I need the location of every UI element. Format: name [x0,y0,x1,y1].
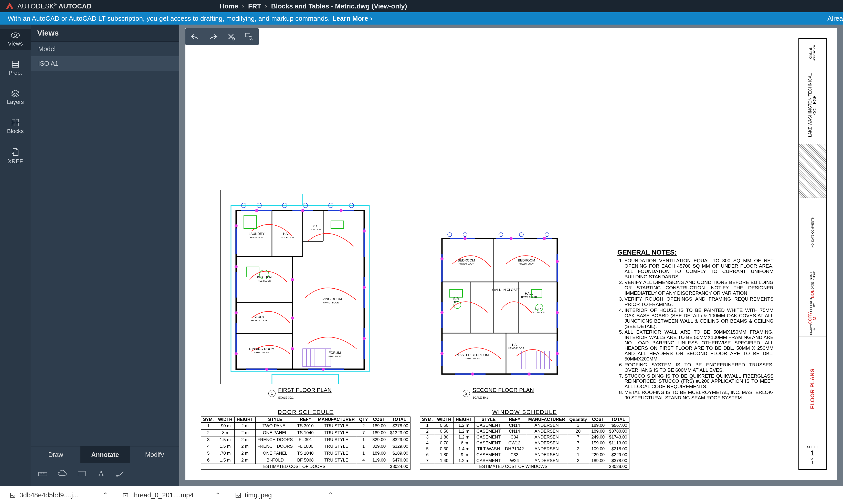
dimension-icon[interactable] [76,468,87,479]
topbar: AUTODESK® AUTOCAD Home › FRT › Blocks an… [0,0,843,12]
svg-point-58 [291,278,294,281]
svg-text:HRWD FLOOR: HRWD FLOOR [508,347,524,349]
svg-rect-42 [244,216,257,229]
redo-button[interactable] [205,30,221,43]
views-panel: Views Model ISO A1 Draw Annotate Modify … [31,24,179,486]
nav-properties[interactable]: Prop. [0,58,31,79]
svg-text:A: A [98,469,104,478]
svg-rect-159 [236,493,240,498]
svg-point-122 [471,373,474,376]
svg-point-53 [255,209,258,212]
svg-point-118 [556,352,559,355]
tb-plan-name: FLOOR PLANS [799,336,826,441]
svg-line-156 [252,39,253,40]
task-file-3[interactable]: timg.jpeg ⌃ [230,489,338,501]
erase-button[interactable] [223,30,239,43]
svg-text:MASTER BEDROOM: MASTER BEDROOM [457,353,489,357]
svg-point-46 [235,224,238,228]
learn-more-link[interactable]: Learn More › [332,15,372,22]
nav-blocks[interactable]: Blocks [0,116,31,137]
tb-revisions: NO. DATE COMMENTS [799,198,826,267]
eye-icon [11,32,20,39]
door-schedule-table: DOOR SCHEDULE SYM.WIDTHHEIGHTSTYLEREF#MA… [201,409,411,470]
chevron-up-icon: ⌃ [102,491,108,499]
svg-text:TILE FLOOR: TILE FLOOR [281,236,294,239]
task-file-2[interactable]: thread_0_201....mp4 ⌃ [118,489,225,501]
svg-rect-9 [39,472,47,476]
svg-text:B/R: B/R [453,297,459,301]
svg-point-128 [545,233,549,237]
svg-point-57 [322,367,325,371]
svg-rect-21 [277,194,303,205]
image-file-icon [235,492,241,498]
svg-point-1 [14,34,17,37]
blocks-icon [12,119,19,126]
tool-row: A [31,463,179,486]
svg-point-124 [448,233,452,237]
nav-rail: Views Prop. Layers Blocks XREF [0,24,31,486]
svg-text:HRWD FLOOR: HRWD FLOOR [327,355,343,358]
breadcrumb-file[interactable]: Blocks and Tables - Metric.dwg (View-onl… [271,2,407,10]
announcement-text: With an AutoCAD or AutoCAD LT subscripti… [8,15,330,22]
tb-sheet: SHEET 1 OF 1 [799,441,826,469]
ruler-icon[interactable] [38,468,48,479]
svg-rect-5 [12,119,15,122]
xref-icon [12,148,19,157]
svg-point-55 [340,209,343,212]
taskbar: 3db48e4d5bd9....j... ⌃ thread_0_201....m… [0,486,843,504]
task-file-1[interactable]: 3db48e4d5bd9....j... ⌃ [5,489,113,501]
main-area: Views Prop. Layers Blocks XREF Views Mod… [0,24,843,486]
svg-text:HRWD FLOOR: HRWD FLOOR [465,357,481,360]
svg-point-52 [363,337,366,340]
canvas-area[interactable]: LAUNDRY TILE FLOOR HALL TILE FLOOR B/R T… [179,24,843,486]
svg-rect-67 [303,349,331,366]
svg-text:HRWD FLOOR: HRWD FLOOR [323,301,339,304]
svg-point-121 [543,237,546,240]
general-notes: GENERAL NOTES: FOUNDATION VENTILATION EQ… [617,249,774,401]
video-file-icon [122,492,128,498]
svg-point-117 [556,311,559,314]
svg-rect-2 [12,61,18,67]
svg-point-120 [510,237,513,240]
svg-text:TILE FLOOR: TILE FLOOR [250,236,263,239]
svg-rect-8 [16,123,19,126]
announcement-bar: With an AutoCAD or AutoCAD LT subscripti… [0,12,843,24]
nav-layers[interactable]: Layers [0,87,31,108]
view-model[interactable]: Model [31,42,179,56]
svg-point-47 [235,265,238,268]
svg-point-0 [11,33,19,38]
svg-text:FORUM: FORUM [329,351,341,355]
tab-modify[interactable]: Modify [130,447,179,463]
undo-button[interactable] [187,30,203,43]
layers-icon [11,90,20,97]
image-file-icon [10,492,16,498]
chevron-up-icon: ⌃ [215,491,221,499]
svg-rect-157 [11,493,15,498]
svg-point-126 [499,233,503,237]
tab-annotate[interactable]: Annotate [81,447,130,463]
tab-draw[interactable]: Draw [31,447,81,463]
text-icon[interactable]: A [96,468,106,479]
svg-text:HALL: HALL [525,292,533,295]
svg-point-59 [291,317,294,320]
zoom-window-button[interactable] [241,30,257,43]
nav-views[interactable]: Views [0,29,31,50]
nav-xref[interactable]: XREF [0,145,31,167]
view-isoa1[interactable]: ISO A1 [31,56,179,71]
svg-rect-7 [12,123,15,126]
svg-text:KITCHEN: KITCHEN [257,275,272,279]
breadcrumb-folder[interactable]: FRT [248,2,261,10]
svg-rect-129 [521,351,550,369]
svg-point-54 [301,209,304,212]
panel-title: Views [31,24,179,42]
app-logo: AUTODESK® AUTOCAD [5,2,92,11]
svg-point-51 [363,286,366,289]
svg-point-60 [291,347,294,350]
svg-text:TILE FLOOR: TILE FLOOR [531,311,545,314]
second-floor-title: 2 SECOND FLOOR PLANSCALE 30:1 [463,387,534,401]
breadcrumb-home[interactable]: Home [220,2,238,10]
title-block: LAKE WASHINGTON TECHNICAL COLLEGE Kirkla… [798,38,827,470]
drawing-sheet: LAUNDRY TILE FLOOR HALL TILE FLOOR B/R T… [185,28,837,480]
cloud-icon[interactable] [57,468,67,479]
leader-icon[interactable] [116,468,126,479]
